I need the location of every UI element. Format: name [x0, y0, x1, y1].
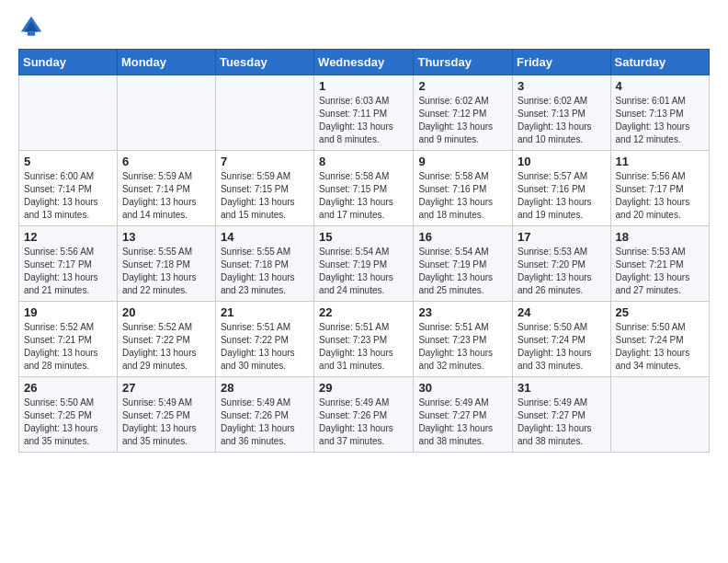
calendar-cell: 14Sunrise: 5:55 AMSunset: 7:18 PMDayligh… [215, 226, 313, 302]
calendar-cell: 28Sunrise: 5:49 AMSunset: 7:26 PMDayligh… [215, 377, 313, 453]
day-header-friday: Friday [513, 50, 611, 75]
calendar-cell: 22Sunrise: 5:51 AMSunset: 7:23 PMDayligh… [314, 302, 414, 377]
calendar-cell: 17Sunrise: 5:53 AMSunset: 7:20 PMDayligh… [513, 226, 611, 302]
day-number: 24 [518, 305, 606, 319]
day-info: Sunrise: 5:59 AMSunset: 7:15 PMDaylight:… [221, 170, 309, 222]
calendar-cell: 11Sunrise: 5:56 AMSunset: 7:17 PMDayligh… [610, 151, 709, 226]
day-number: 22 [319, 305, 408, 319]
day-number: 25 [616, 305, 704, 319]
calendar-cell: 8Sunrise: 5:58 AMSunset: 7:15 PMDaylight… [314, 151, 414, 226]
calendar-cell: 10Sunrise: 5:57 AMSunset: 7:16 PMDayligh… [513, 151, 611, 226]
day-number: 20 [122, 305, 210, 319]
day-header-thursday: Thursday [414, 50, 513, 75]
day-number: 28 [221, 381, 309, 395]
day-header-saturday: Saturday [610, 50, 709, 75]
day-number: 12 [24, 230, 112, 244]
day-info: Sunrise: 6:01 AMSunset: 7:13 PMDaylight:… [616, 95, 704, 146]
day-header-tuesday: Tuesday [215, 50, 313, 75]
day-info: Sunrise: 5:59 AMSunset: 7:14 PMDaylight:… [122, 170, 210, 222]
svg-rect-2 [28, 32, 35, 36]
day-info: Sunrise: 5:49 AMSunset: 7:27 PMDaylight:… [518, 396, 606, 448]
calendar-cell: 5Sunrise: 6:00 AMSunset: 7:14 PMDaylight… [19, 151, 118, 226]
day-number: 29 [319, 381, 408, 395]
calendar-cell: 21Sunrise: 5:51 AMSunset: 7:22 PMDayligh… [215, 302, 313, 377]
page-header [18, 14, 710, 40]
day-header-wednesday: Wednesday [314, 50, 414, 75]
day-number: 4 [616, 79, 704, 93]
day-info: Sunrise: 6:02 AMSunset: 7:13 PMDaylight:… [518, 95, 606, 146]
day-info: Sunrise: 5:53 AMSunset: 7:20 PMDaylight:… [518, 246, 606, 297]
day-info: Sunrise: 5:49 AMSunset: 7:27 PMDaylight:… [418, 396, 507, 448]
calendar-cell: 3Sunrise: 6:02 AMSunset: 7:13 PMDaylight… [513, 75, 611, 151]
day-number: 13 [122, 230, 210, 244]
day-info: Sunrise: 5:51 AMSunset: 7:22 PMDaylight:… [221, 321, 309, 373]
logo-icon [18, 14, 44, 40]
day-info: Sunrise: 5:55 AMSunset: 7:18 PMDaylight:… [122, 246, 210, 297]
calendar-cell: 15Sunrise: 5:54 AMSunset: 7:19 PMDayligh… [314, 226, 414, 302]
day-info: Sunrise: 5:51 AMSunset: 7:23 PMDaylight:… [418, 321, 507, 373]
day-number: 31 [518, 381, 606, 395]
day-number: 17 [518, 230, 606, 244]
day-number: 2 [418, 79, 507, 93]
day-number: 30 [418, 381, 507, 395]
day-number: 16 [418, 230, 507, 244]
day-number: 21 [221, 305, 309, 319]
day-info: Sunrise: 5:55 AMSunset: 7:18 PMDaylight:… [221, 246, 309, 297]
day-info: Sunrise: 5:54 AMSunset: 7:19 PMDaylight:… [319, 246, 408, 297]
day-number: 3 [518, 79, 606, 93]
day-info: Sunrise: 5:49 AMSunset: 7:26 PMDaylight:… [221, 396, 309, 448]
day-number: 14 [221, 230, 309, 244]
day-number: 23 [418, 305, 507, 319]
calendar-cell: 9Sunrise: 5:58 AMSunset: 7:16 PMDaylight… [414, 151, 513, 226]
day-number: 10 [518, 155, 606, 168]
day-number: 8 [319, 155, 408, 168]
calendar-cell: 23Sunrise: 5:51 AMSunset: 7:23 PMDayligh… [414, 302, 513, 377]
day-info: Sunrise: 6:03 AMSunset: 7:11 PMDaylight:… [319, 95, 408, 146]
calendar-week-row: 26Sunrise: 5:50 AMSunset: 7:25 PMDayligh… [19, 377, 710, 453]
calendar-cell: 30Sunrise: 5:49 AMSunset: 7:27 PMDayligh… [414, 377, 513, 453]
day-info: Sunrise: 5:56 AMSunset: 7:17 PMDaylight:… [616, 170, 704, 222]
calendar-cell: 16Sunrise: 5:54 AMSunset: 7:19 PMDayligh… [414, 226, 513, 302]
day-info: Sunrise: 5:52 AMSunset: 7:21 PMDaylight:… [24, 321, 112, 373]
calendar-cell: 25Sunrise: 5:50 AMSunset: 7:24 PMDayligh… [610, 302, 709, 377]
calendar-cell: 12Sunrise: 5:56 AMSunset: 7:17 PMDayligh… [19, 226, 118, 302]
calendar-cell: 31Sunrise: 5:49 AMSunset: 7:27 PMDayligh… [513, 377, 611, 453]
calendar-cell [610, 377, 709, 453]
day-number: 9 [418, 155, 507, 168]
day-number: 1 [319, 79, 408, 93]
day-info: Sunrise: 5:49 AMSunset: 7:25 PMDaylight:… [122, 396, 210, 448]
day-number: 15 [319, 230, 408, 244]
day-info: Sunrise: 5:56 AMSunset: 7:17 PMDaylight:… [24, 246, 112, 297]
calendar-cell: 19Sunrise: 5:52 AMSunset: 7:21 PMDayligh… [19, 302, 118, 377]
calendar-cell: 13Sunrise: 5:55 AMSunset: 7:18 PMDayligh… [117, 226, 215, 302]
calendar-header-row: SundayMondayTuesdayWednesdayThursdayFrid… [19, 50, 710, 75]
calendar-cell: 20Sunrise: 5:52 AMSunset: 7:22 PMDayligh… [117, 302, 215, 377]
calendar-week-row: 19Sunrise: 5:52 AMSunset: 7:21 PMDayligh… [19, 302, 710, 377]
day-header-sunday: Sunday [19, 50, 118, 75]
calendar-cell [215, 75, 313, 151]
day-number: 7 [221, 155, 309, 168]
calendar-cell: 26Sunrise: 5:50 AMSunset: 7:25 PMDayligh… [19, 377, 118, 453]
day-info: Sunrise: 5:57 AMSunset: 7:16 PMDaylight:… [518, 170, 606, 222]
day-number: 19 [24, 305, 112, 319]
day-info: Sunrise: 5:58 AMSunset: 7:16 PMDaylight:… [418, 170, 507, 222]
day-number: 27 [122, 381, 210, 395]
day-info: Sunrise: 5:52 AMSunset: 7:22 PMDaylight:… [122, 321, 210, 373]
calendar-cell: 4Sunrise: 6:01 AMSunset: 7:13 PMDaylight… [610, 75, 709, 151]
calendar-cell: 18Sunrise: 5:53 AMSunset: 7:21 PMDayligh… [610, 226, 709, 302]
calendar-week-row: 1Sunrise: 6:03 AMSunset: 7:11 PMDaylight… [19, 75, 710, 151]
day-info: Sunrise: 5:49 AMSunset: 7:26 PMDaylight:… [319, 396, 408, 448]
day-number: 18 [616, 230, 704, 244]
day-info: Sunrise: 6:02 AMSunset: 7:12 PMDaylight:… [418, 95, 507, 146]
day-number: 11 [616, 155, 704, 168]
day-info: Sunrise: 5:50 AMSunset: 7:24 PMDaylight:… [616, 321, 704, 373]
calendar-week-row: 12Sunrise: 5:56 AMSunset: 7:17 PMDayligh… [19, 226, 710, 302]
calendar-cell: 24Sunrise: 5:50 AMSunset: 7:24 PMDayligh… [513, 302, 611, 377]
calendar-cell: 6Sunrise: 5:59 AMSunset: 7:14 PMDaylight… [117, 151, 215, 226]
logo [18, 14, 48, 40]
day-info: Sunrise: 6:00 AMSunset: 7:14 PMDaylight:… [24, 170, 112, 222]
day-number: 26 [24, 381, 112, 395]
calendar-cell [117, 75, 215, 151]
day-info: Sunrise: 5:54 AMSunset: 7:19 PMDaylight:… [418, 246, 507, 297]
day-header-monday: Monday [117, 50, 215, 75]
